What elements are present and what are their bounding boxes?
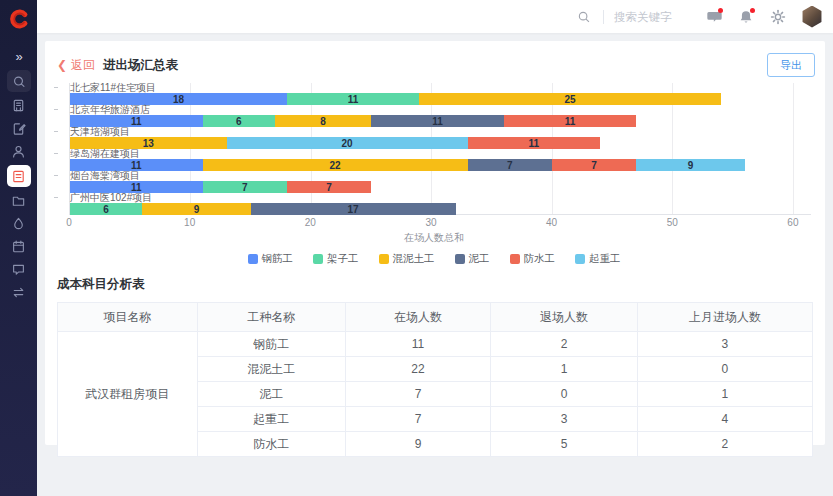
- legend-swatch: [575, 254, 585, 264]
- report-icon: [11, 169, 26, 184]
- legend-item[interactable]: 架子工: [313, 252, 359, 266]
- sidebar-item-report[interactable]: [7, 165, 31, 187]
- top-header: [37, 0, 833, 33]
- legend-label: 混泥土工: [393, 252, 435, 266]
- message-icon[interactable]: [705, 8, 723, 26]
- table-cell: 5: [491, 432, 637, 457]
- legend-label: 泥工: [469, 252, 490, 266]
- avatar[interactable]: [801, 6, 823, 28]
- chart-category-label: 绿岛湖在建项目: [70, 149, 811, 158]
- table-header-row: 项目名称工种名称在场人数退场人数上月进场人数: [58, 303, 813, 332]
- stacked-bar: 1177: [70, 181, 811, 193]
- legend-label: 防水工: [524, 252, 556, 266]
- stacked-bar: 1122779: [70, 159, 811, 171]
- project-name-cell: 武汉群租房项目: [58, 332, 198, 457]
- back-link[interactable]: 返回: [71, 57, 95, 74]
- sidebar-menu: »: [6, 45, 32, 304]
- export-button[interactable]: 导出: [767, 53, 815, 77]
- table-cell: 7: [345, 407, 491, 432]
- table-body: 武汉群租房项目钢筋工1123混泥土工2210泥工701起重工734防水工952: [58, 332, 813, 457]
- chart-category-label: 北七家11#住宅项目: [70, 83, 811, 92]
- table-cell: 22: [345, 357, 491, 382]
- table-column-header: 项目名称: [58, 303, 198, 332]
- table-cell: 防水工: [197, 432, 345, 457]
- table-cell: 钢筋工: [197, 332, 345, 357]
- chart-row: 北七家11#住宅项目181125: [70, 83, 811, 105]
- x-tick-label: 60: [787, 217, 798, 228]
- legend-label: 钢筋工: [262, 252, 294, 266]
- legend-item[interactable]: 防水工: [510, 252, 556, 266]
- bar-segment[interactable]: 6: [203, 115, 275, 127]
- legend-swatch: [313, 254, 323, 264]
- bell-icon[interactable]: [737, 8, 755, 26]
- x-tick-label: 20: [305, 217, 316, 228]
- bar-segment[interactable]: 20: [227, 137, 468, 149]
- content-card: ❮ 返回 进出场汇总表 导出 北七家11#住宅项目181125北京年华旅游酒店1…: [45, 41, 825, 445]
- building-icon: [11, 98, 26, 113]
- sidebar-item-drop[interactable]: [6, 212, 32, 235]
- sidebar-item-user[interactable]: [6, 140, 32, 163]
- chart-row: 天津培湖项目132011: [70, 127, 811, 149]
- bar-segment[interactable]: 9: [636, 159, 744, 171]
- table-cell: 起重工: [197, 407, 345, 432]
- sidebar-item-chat[interactable]: [6, 258, 32, 281]
- back-chevron-icon[interactable]: ❮: [57, 58, 67, 72]
- bar-segment[interactable]: 8: [275, 115, 371, 127]
- sidebar-item-search[interactable]: [7, 70, 31, 92]
- bar-segment[interactable]: 11: [371, 115, 504, 127]
- sidebar-item-building[interactable]: [6, 94, 32, 117]
- gear-icon[interactable]: [769, 8, 787, 26]
- legend-swatch: [510, 254, 520, 264]
- message-badge: [718, 8, 723, 13]
- bar-segment[interactable]: 6: [70, 203, 142, 215]
- table-cell: 0: [491, 382, 637, 407]
- bar-segment[interactable]: 22: [203, 159, 468, 171]
- bar-segment[interactable]: 7: [468, 159, 552, 171]
- chart-row: 绿岛湖在建项目1122779: [70, 149, 811, 171]
- x-tick-label: 50: [667, 217, 678, 228]
- legend-label: 架子工: [327, 252, 359, 266]
- bar-segment[interactable]: 7: [287, 181, 371, 193]
- table-cell: 1: [637, 382, 812, 407]
- bar-segment[interactable]: 11: [468, 137, 601, 149]
- entry-exit-chart: 北七家11#住宅项目181125北京年华旅游酒店11681111天津培湖项目13…: [57, 83, 811, 266]
- page-title: 进出场汇总表: [103, 57, 178, 74]
- legend-item[interactable]: 起重工: [575, 252, 621, 266]
- bar-segment[interactable]: 11: [504, 115, 637, 127]
- bar-segment[interactable]: 25: [419, 93, 720, 105]
- bar-segment[interactable]: 7: [203, 181, 287, 193]
- folder-icon: [11, 193, 26, 208]
- chart-plot: 北七家11#住宅项目181125北京年华旅游酒店11681111天津培湖项目13…: [69, 83, 811, 215]
- chart-legend: 钢筋工架子工混泥土工泥工防水工起重工: [57, 252, 811, 266]
- bar-segment[interactable]: 11: [287, 93, 420, 105]
- bar-segment[interactable]: 17: [251, 203, 456, 215]
- sidebar-item-document[interactable]: [6, 117, 32, 140]
- chart-row: 广州中医102#项目6917: [70, 193, 811, 215]
- logo-c-icon: [8, 8, 30, 30]
- search-input[interactable]: [614, 11, 704, 23]
- stacked-bar: 11681111: [70, 115, 811, 127]
- table-column-header: 退场人数: [491, 303, 637, 332]
- sidebar-item-folder[interactable]: [6, 189, 32, 212]
- header-search: [577, 10, 704, 24]
- legend-item[interactable]: 泥工: [455, 252, 490, 266]
- app-logo[interactable]: [0, 0, 37, 37]
- chart-row: 北京年华旅游酒店11681111: [70, 105, 811, 127]
- table-cell: 3: [637, 332, 812, 357]
- legend-item[interactable]: 混泥土工: [379, 252, 435, 266]
- x-tick-label: 0: [66, 217, 72, 228]
- bar-segment[interactable]: 9: [142, 203, 250, 215]
- sidebar-item-collapse[interactable]: »: [6, 45, 32, 68]
- document-edit-icon: [11, 121, 26, 136]
- sidebar-item-calendar[interactable]: [6, 235, 32, 258]
- search-icon[interactable]: [577, 10, 591, 24]
- chart-category-label: 北京年华旅游酒店: [70, 105, 811, 114]
- drop-icon: [11, 216, 26, 231]
- bar-segment[interactable]: 7: [552, 159, 636, 171]
- chart-category-label: 烟台海棠湾项目: [70, 171, 811, 180]
- sidebar-item-transfer[interactable]: [6, 281, 32, 304]
- legend-item[interactable]: 钢筋工: [248, 252, 294, 266]
- page-header-row: ❮ 返回 进出场汇总表 导出: [45, 41, 825, 81]
- table-cell: 3: [491, 407, 637, 432]
- chart-category-label: 天津培湖项目: [70, 127, 811, 136]
